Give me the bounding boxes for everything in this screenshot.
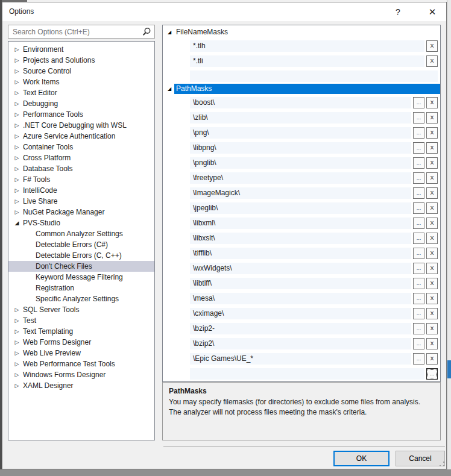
tree-item-source-control[interactable]: ▷Source Control [8,66,154,77]
tree-item-debugging[interactable]: ▷Debugging [8,98,154,109]
tree-item-text-editor[interactable]: ▷Text Editor [8,87,154,98]
remove-button[interactable]: X [426,55,438,67]
collapse-arrow-icon[interactable]: ◢ [168,30,174,35]
expand-arrow-icon[interactable]: ▷ [13,163,20,174]
expand-arrow-icon[interactable]: ▷ [13,380,20,391]
expand-arrow-icon[interactable]: ▷ [13,369,20,380]
search-input[interactable]: Search Options (Ctrl+E) [8,25,155,39]
tree-item-container-tools[interactable]: ▷Container Tools [8,142,154,152]
tree-item-projects-and-solutions[interactable]: ▷Projects and Solutions [8,55,154,66]
tree-item-f-tools[interactable]: ▷F# Tools [8,174,154,185]
expand-arrow-icon[interactable]: ▷ [13,326,20,337]
expand-arrow-icon[interactable]: ▷ [13,337,20,348]
browse-button[interactable]: ... [413,293,424,304]
mask-value-field[interactable]: \cximage\ [190,308,411,319]
remove-button[interactable]: X [426,248,438,259]
mask-value-field[interactable]: \libtiff\ [190,278,411,289]
mask-value-field[interactable]: \jpeglib\ [190,202,411,214]
mask-value-field[interactable]: \libxslt\ [190,233,411,244]
group-header-filenamemasks[interactable]: ◢FileNameMasks [163,27,440,37]
mask-value-field[interactable]: \Epic Games\UE_* [190,353,411,365]
tree-item-work-items[interactable]: ▷Work Items [8,77,154,87]
remove-button[interactable]: X [426,338,438,349]
remove-button[interactable]: X [426,40,438,52]
mask-value-field[interactable]: \pnglib\ [190,157,411,169]
collapse-arrow-icon[interactable]: ◢ [168,86,174,92]
browse-button[interactable]: ... [413,338,424,349]
tree-item-pvs-studio[interactable]: ◢PVS-Studio [8,218,154,228]
tree-item-detectable-errors-c[interactable]: Detectable Errors (C#) [8,239,154,250]
browse-button[interactable]: ... [413,233,424,244]
tree-item-web-forms-designer[interactable]: ▷Web Forms Designer [8,337,154,348]
browse-button[interactable]: ... [413,172,424,184]
remove-button[interactable]: X [426,218,438,229]
browse-button[interactable]: ... [413,112,424,124]
remove-button[interactable]: X [426,127,438,139]
resize-grip[interactable] [438,460,446,468]
tree-item-windows-forms-designer[interactable]: ▷Windows Forms Designer [8,369,154,380]
search-icon[interactable] [142,27,151,37]
browse-button[interactable]: ... [413,157,424,169]
mask-value-field[interactable]: \zlib\ [190,112,411,124]
remove-button[interactable]: X [426,278,438,289]
mask-value-field[interactable]: \png\ [190,127,411,139]
browse-button[interactable]: ... [413,218,424,229]
browse-button[interactable]: ... [413,278,424,289]
remove-button[interactable]: X [426,353,438,365]
mask-value-field[interactable]: \mesa\ [190,293,411,304]
browse-button[interactable]: ... [413,97,424,108]
expand-arrow-icon[interactable]: ▷ [13,66,20,77]
close-button[interactable]: ✕ [423,4,441,19]
expand-arrow-icon[interactable]: ▷ [13,44,20,55]
expand-arrow-icon[interactable]: ▷ [13,120,20,131]
mask-value-field[interactable] [190,368,424,380]
mask-value-field[interactable]: *.tlh [190,40,424,52]
remove-button[interactable]: X [426,157,438,169]
tree-item-intellicode[interactable]: ▷IntelliCode [8,185,154,196]
remove-button[interactable]: X [426,142,438,154]
group-header-pathmasks[interactable]: ◢PathMasks [163,84,440,94]
browse-button[interactable]: ... [413,202,424,214]
mask-value-field[interactable]: \tifflib\ [190,248,411,259]
expand-arrow-icon[interactable]: ▷ [13,98,20,109]
remove-button[interactable]: X [426,112,438,124]
expand-arrow-icon[interactable]: ▷ [13,152,20,163]
tree-item-environment[interactable]: ▷Environment [8,44,154,55]
expand-arrow-icon[interactable]: ▷ [13,55,20,66]
remove-button[interactable]: X [426,233,438,244]
tree-item-xaml-designer[interactable]: ▷XAML Designer [8,380,154,391]
remove-button[interactable]: X [426,293,438,304]
tree-item-test[interactable]: ▷Test [8,315,154,326]
tree-item-don-t-check-files[interactable]: Don't Check Files [8,261,154,272]
expand-arrow-icon[interactable]: ▷ [13,174,20,185]
tree-item-web-performance-test-tools[interactable]: ▷Web Performance Test Tools [8,359,154,369]
expand-arrow-icon[interactable]: ▷ [13,304,20,315]
tree-item-live-share[interactable]: ▷Live Share [8,196,154,207]
tree-item-web-live-preview[interactable]: ▷Web Live Preview [8,348,154,359]
mask-value-field[interactable]: \bzip2\ [190,338,411,349]
browse-button[interactable]: ... [413,353,424,365]
mask-value-field[interactable]: \libxml\ [190,218,411,229]
title-bar[interactable]: Options ? ✕ [2,2,446,21]
tree-item-common-analyzer-settings[interactable]: Common Analyzer Settings [8,228,154,239]
mask-value-field[interactable]: \boost\ [190,97,411,108]
remove-button[interactable]: X [426,97,438,108]
mask-value-field[interactable]: *.tli [190,55,424,67]
browse-button[interactable]: ... [413,187,424,199]
tree-item-specific-analyzer-settings[interactable]: Specific Analyzer Settings [8,293,154,304]
browse-button[interactable]: ... [426,368,438,380]
expand-arrow-icon[interactable]: ▷ [13,359,20,369]
ok-button[interactable]: OK [333,451,390,466]
remove-button[interactable]: X [426,263,438,274]
help-button[interactable]: ? [389,4,407,19]
expand-arrow-icon[interactable]: ▷ [13,77,20,87]
expand-arrow-icon[interactable]: ▷ [13,131,20,142]
mask-value-field[interactable]: \libpng\ [190,142,411,154]
expand-arrow-icon[interactable]: ▷ [13,207,20,218]
mask-value-field[interactable]: \bzip2- [190,323,411,334]
cancel-button[interactable]: Cancel [396,451,445,466]
browse-button[interactable]: ... [413,127,424,139]
mask-value-field[interactable]: \ImageMagick\ [190,187,411,199]
remove-button[interactable]: X [426,187,438,199]
tree-item-text-templating[interactable]: ▷Text Templating [8,326,154,337]
